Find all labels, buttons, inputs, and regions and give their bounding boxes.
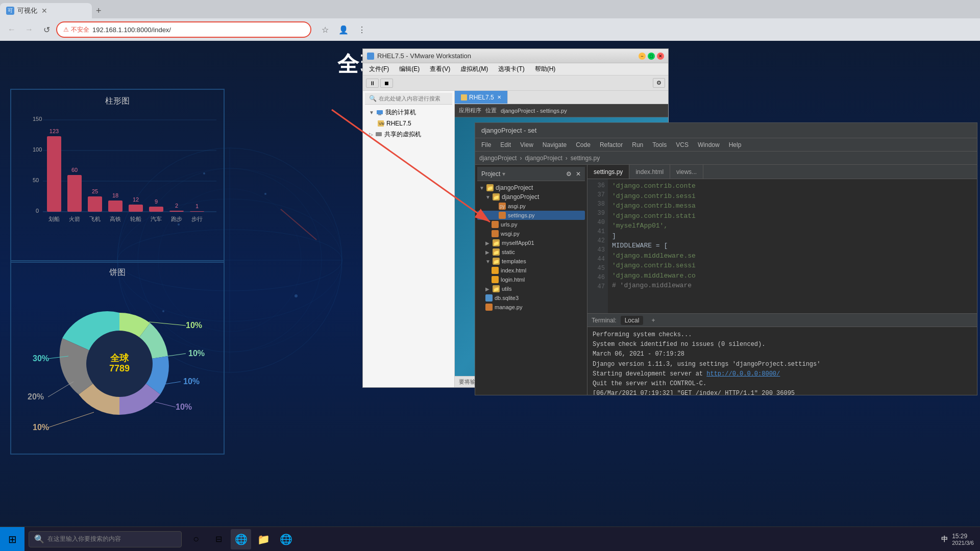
tree-item-login-html[interactable]: login.html — [477, 275, 585, 284]
rhel75-tab[interactable]: RHEL7.5 ✕ — [455, 91, 508, 104]
folder-icon-sub: 📁 — [493, 193, 500, 201]
vmware-play-pause-button[interactable]: ⏸ — [366, 79, 379, 88]
vmware-window-buttons: − □ ✕ — [639, 53, 664, 60]
tree-item-asgi[interactable]: py asgi.py — [477, 202, 585, 211]
index-html-tab[interactable]: index.html — [629, 165, 670, 179]
refresh-button[interactable]: ↺ — [39, 22, 54, 37]
tab-favicon: 可 — [6, 7, 14, 15]
vmware-menu-help[interactable]: 帮助(H) — [531, 64, 560, 74]
code-line-41: ] — [612, 231, 973, 241]
taskbar-explorer-icon[interactable]: 📁 — [253, 529, 274, 549]
svg-text:10%: 10% — [188, 349, 205, 358]
address-bar[interactable]: ⚠ 不安全 192.168.1.100:8000/index/ — [56, 21, 311, 38]
tree-item-urls[interactable]: urls.py — [477, 220, 585, 229]
py-icon: py — [499, 203, 506, 210]
tree-item-db[interactable]: db.sqlite3 — [477, 293, 585, 303]
svg-text:50: 50 — [33, 177, 39, 183]
tree-item-myselfapp[interactable]: ▶ 📁 myselfApp01 — [477, 238, 585, 247]
tree-label-myselfapp: myselfApp01 — [502, 240, 534, 246]
pycharm-menu-view[interactable]: View — [516, 140, 537, 149]
bar-chart-box: 柱形图 150 100 50 0 123 60 — [10, 89, 225, 263]
vmware-title-text: RHEL7.5 - VMware Workstation — [377, 52, 471, 60]
tree-item-templates[interactable]: ▼ 📁 templates — [477, 257, 585, 266]
taskbar-chrome-icon[interactable]: 🌐 — [276, 529, 296, 549]
breadcrumb-project: djangoProject — [479, 155, 517, 162]
code-area[interactable]: 3637383940 4142434445 4647 'django.contr… — [587, 179, 977, 313]
tree-item-djangoproject-sub[interactable]: ▼ 📁 djangoProject — [477, 192, 585, 202]
pycharm-menu-run[interactable]: Run — [628, 140, 647, 149]
svg-text:轮船: 轮船 — [130, 216, 141, 222]
breadcrumb-subdir: djangoProject — [525, 155, 562, 162]
pycharm-menu-file[interactable]: File — [477, 140, 495, 149]
pycharm-editor: settings.py index.html views... 36373839… — [587, 165, 977, 395]
vmware-maximize-button[interactable]: □ — [648, 53, 655, 60]
vmware-menu-edit[interactable]: 编辑(E) — [395, 64, 424, 74]
account-icon[interactable]: 👤 — [336, 22, 351, 37]
vmware-menu-view[interactable]: 查看(V) — [426, 64, 454, 74]
taskbar-taskview-icon[interactable]: ⊟ — [208, 529, 229, 549]
tree-item-static[interactable]: ▶ 📁 static — [477, 247, 585, 257]
folder-icon-static: 📁 — [493, 248, 500, 256]
vmware-menu-tabs[interactable]: 选项卡(T) — [494, 64, 528, 74]
vmware-close-button[interactable]: ✕ — [657, 53, 664, 60]
pycharm-menu-help[interactable]: Help — [725, 140, 746, 149]
tree-label-db: db.sqlite3 — [495, 295, 519, 301]
tree-item-djangoproject-root[interactable]: ▼ 📁 djangoProject — [477, 183, 585, 192]
tab-close-button[interactable]: ✕ — [41, 7, 47, 15]
tree-label-utils: utils — [502, 286, 512, 292]
pycharm-menu-vcs[interactable]: VCS — [672, 140, 693, 149]
sidebar-gear-icon[interactable]: ⚙ — [566, 170, 572, 178]
taskbar-input-method[interactable]: 中 — [941, 535, 948, 544]
taskbar-cortana-icon[interactable]: ○ — [186, 529, 206, 549]
bookmark-icon[interactable]: ☆ — [317, 22, 333, 37]
terminal-add-tab[interactable]: + — [647, 316, 659, 325]
vmware-stop-button[interactable]: ⏹ — [380, 79, 393, 88]
forward-button[interactable]: → — [21, 22, 37, 37]
local-tab[interactable]: Local — [621, 316, 644, 325]
vmware-menu-vm[interactable]: 虚拟机(M) — [456, 64, 492, 74]
active-tab[interactable]: 可 可视化 ✕ — [0, 3, 92, 18]
py-icon-settings — [499, 212, 506, 219]
rhel75-item[interactable]: VM RHEL7.5 — [367, 118, 450, 129]
code-line-43: MIDDLEWARE = [ — [612, 241, 973, 251]
svg-rect-24 — [67, 175, 82, 212]
taskbar-search-bar[interactable]: 🔍 在这里输入你要搜索的内容 — [29, 531, 182, 547]
pycharm-menu-window[interactable]: Window — [694, 140, 724, 149]
search-icon: 🔍 — [369, 95, 377, 102]
code-line-39: 'django.contrib.stati — [612, 211, 973, 221]
vmware-settings-button[interactable]: ⚙ — [653, 78, 665, 88]
back-button[interactable]: ← — [4, 22, 19, 37]
settings-icon[interactable]: ⋮ — [354, 22, 370, 37]
tree-label-index-html: index.html — [501, 267, 526, 273]
tree-item-wsgi[interactable]: wsgi.py — [477, 229, 585, 238]
line-numbers: 3637383940 4142434445 4647 — [587, 179, 608, 313]
shared-vm-item[interactable]: ▷ 共享的虚拟机 — [367, 129, 450, 140]
my-computer-item[interactable]: ▼ 我的计算机 — [367, 107, 450, 118]
settings-tab[interactable]: settings.py — [587, 165, 629, 179]
svg-text:150: 150 — [33, 116, 42, 122]
tree-item-manage[interactable]: manage.py — [477, 303, 585, 312]
rhel-tab-icon — [461, 94, 467, 101]
pycharm-menu-code[interactable]: Code — [572, 140, 595, 149]
svg-text:7789: 7789 — [109, 363, 130, 373]
app-breadcrumb: 应用程序 — [459, 107, 481, 114]
tree-item-settings[interactable]: settings.py — [477, 211, 585, 220]
server-link[interactable]: http://0.0.0.0:8000/ — [706, 370, 780, 378]
start-button[interactable]: ⊞ — [0, 527, 24, 552]
new-tab-button[interactable]: + — [92, 3, 106, 18]
vmware-minimize-button[interactable]: − — [639, 53, 646, 60]
vmware-search-input[interactable] — [379, 95, 440, 102]
pycharm-menu-refactor[interactable]: Refactor — [596, 140, 627, 149]
views-tab[interactable]: views... — [670, 165, 703, 179]
sidebar-close-icon[interactable]: ✕ — [576, 170, 581, 178]
pie-chart-box: 饼图 全球 7789 — [10, 260, 225, 455]
pycharm-menu-navigate[interactable]: Navigate — [538, 140, 571, 149]
vmware-menu-file[interactable]: 文件(F) — [365, 64, 393, 74]
pycharm-menu-tools[interactable]: Tools — [648, 140, 671, 149]
tree-item-index-html[interactable]: index.html — [477, 266, 585, 275]
taskbar-edge-icon[interactable]: 🌐 — [231, 529, 251, 549]
rhel-tab-close[interactable]: ✕ — [497, 94, 501, 100]
tree-item-utils[interactable]: ▶ 📁 utils — [477, 284, 585, 293]
code-line-38: 'django.contrib.messa — [612, 201, 973, 211]
pycharm-menu-edit[interactable]: Edit — [496, 140, 515, 149]
